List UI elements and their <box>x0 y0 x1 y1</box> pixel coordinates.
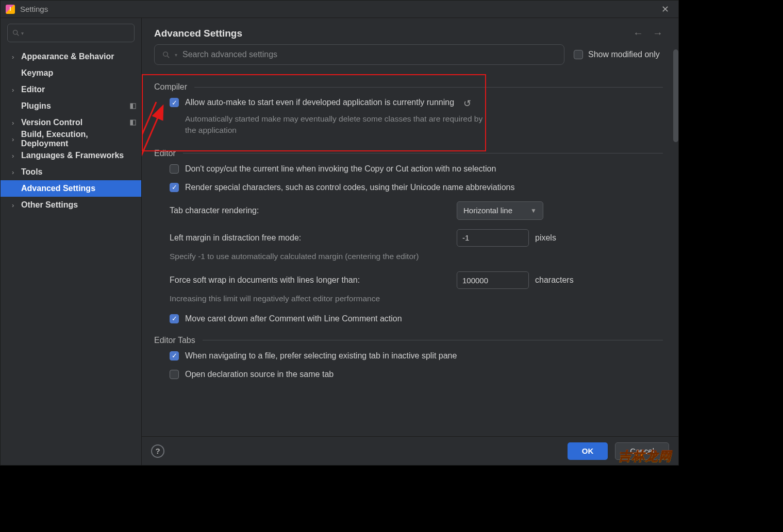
nav-back-icon[interactable]: ← <box>633 27 643 39</box>
dont-copy-label: Don't copy/cut the current line when inv… <box>185 164 496 174</box>
section-editor-tabs: Editor Tabs When navigating to a file, p… <box>154 336 663 379</box>
section-title: Compiler <box>154 82 187 92</box>
render-special-label: Render special characters, such as contr… <box>185 183 514 192</box>
tab-rendering-select[interactable]: Horizontal line ▼ <box>457 201 543 220</box>
svg-point-0 <box>13 30 18 35</box>
help-button[interactable]: ? <box>151 444 164 458</box>
sidebar-item-advanced-settings[interactable]: Advanced Settings <box>1 180 141 197</box>
search-dropdown-icon: ▾ <box>21 30 24 36</box>
svg-rect-3 <box>130 104 133 109</box>
sidebar-item-editor[interactable]: ›Editor <box>1 81 141 98</box>
footer: ? OK Cancel 吉林龙网 <box>142 436 678 465</box>
section-compiler: Compiler Allow auto-make to start even i… <box>154 82 663 136</box>
main-panel: Advanced Settings ← → ▾ Search advanced … <box>142 18 678 465</box>
prefer-existing-label: When navigating to a file, prefer select… <box>185 351 457 361</box>
toolbar: ▾ Search advanced settings Show modified… <box>142 44 678 67</box>
open-decl-checkbox[interactable] <box>170 370 179 379</box>
content-scroll[interactable]: Compiler Allow auto-make to start even i… <box>142 67 678 436</box>
sidebar-item-tools[interactable]: ›Tools <box>1 164 141 180</box>
sidebar-item-languages[interactable]: ›Languages & Frameworks <box>1 147 141 164</box>
page-title: Advanced Settings <box>154 28 242 39</box>
main-header: Advanced Settings ← → <box>142 18 678 44</box>
prefer-existing-checkbox[interactable] <box>170 351 179 361</box>
svg-point-6 <box>163 52 168 56</box>
soft-wrap-suffix: characters <box>535 276 574 285</box>
sidebar: ▾ ›Appearance & Behavior Keymap ›Editor … <box>1 18 142 465</box>
auto-make-checkbox[interactable] <box>170 98 179 107</box>
sidebar-item-appearance[interactable]: ›Appearance & Behavior <box>1 48 141 65</box>
titlebar: Settings ✕ <box>1 1 678 18</box>
window-title: Settings <box>20 5 48 13</box>
dont-copy-checkbox[interactable] <box>170 164 179 174</box>
window-body: ▾ ›Appearance & Behavior Keymap ›Editor … <box>1 18 678 465</box>
search-placeholder: Search advanced settings <box>182 50 277 59</box>
soft-wrap-desc: Increasing this limit will negatively af… <box>170 293 479 304</box>
show-modified-only-checkbox[interactable]: Show modified only <box>574 50 660 59</box>
section-title: Editor Tabs <box>154 336 195 345</box>
soft-wrap-label: Force soft wrap in documents with lines … <box>170 276 360 285</box>
move-caret-label: Move caret down after Comment with Line … <box>185 314 402 323</box>
chevron-down-icon: ▼ <box>530 207 537 214</box>
svg-line-7 <box>168 56 170 58</box>
move-caret-checkbox[interactable] <box>170 314 179 323</box>
left-margin-label: Left margin in distraction free mode: <box>170 233 301 243</box>
section-editor: Editor Don't copy/cut the current line w… <box>154 149 663 323</box>
left-margin-desc: Specify -1 to use automatically calculat… <box>170 251 479 262</box>
left-margin-suffix: pixels <box>535 233 556 243</box>
tab-rendering-label: Tab character rendering: <box>170 206 259 215</box>
sidebar-item-build[interactable]: ›Build, Execution, Deployment <box>1 131 141 147</box>
ok-button[interactable]: OK <box>568 442 608 460</box>
search-dropdown-icon: ▾ <box>175 52 177 58</box>
auto-make-desc: Automatically started make may eventuall… <box>185 113 494 136</box>
svg-line-1 <box>17 34 19 36</box>
render-special-checkbox[interactable] <box>170 183 179 192</box>
sidebar-item-other-settings[interactable]: ›Other Settings <box>1 197 141 213</box>
sidebar-item-plugins[interactable]: Plugins <box>1 98 141 114</box>
settings-tree: ›Appearance & Behavior Keymap ›Editor Pl… <box>1 47 141 213</box>
advanced-search-input[interactable]: ▾ Search advanced settings <box>154 44 564 65</box>
sidebar-search-input[interactable]: ▾ <box>7 24 135 42</box>
settings-window: Settings ✕ ▾ ›Appearance & Behavior Keym… <box>0 0 679 466</box>
close-icon[interactable]: ✕ <box>657 3 673 16</box>
app-logo-icon <box>6 5 15 14</box>
left-margin-input[interactable] <box>457 229 529 247</box>
scope-icon <box>130 103 136 109</box>
scrollbar-thumb[interactable] <box>673 49 678 142</box>
sidebar-item-keymap[interactable]: Keymap <box>1 65 141 81</box>
soft-wrap-input[interactable] <box>457 271 529 289</box>
search-icon <box>162 50 171 59</box>
scope-icon <box>130 119 136 126</box>
cancel-button[interactable]: Cancel <box>615 442 669 460</box>
section-title: Editor <box>154 149 176 158</box>
open-decl-label: Open declaration source in the same tab <box>185 370 334 379</box>
show-modified-label: Show modified only <box>588 50 660 59</box>
sidebar-item-version-control[interactable]: ›Version Control <box>1 114 141 131</box>
checkbox-icon <box>574 50 583 59</box>
svg-rect-5 <box>130 120 133 125</box>
reset-icon[interactable]: ↺ <box>463 98 471 109</box>
nav-forward-icon[interactable]: → <box>653 27 663 39</box>
auto-make-label: Allow auto-make to start even if develop… <box>185 98 454 107</box>
search-icon <box>12 29 20 37</box>
